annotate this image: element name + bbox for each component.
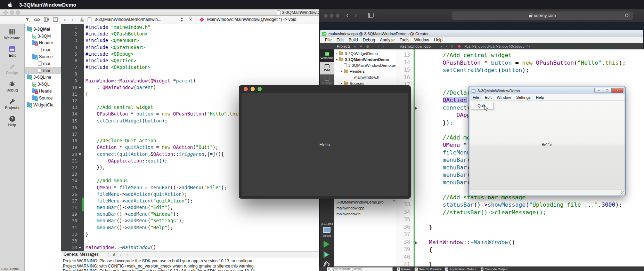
maximize-button[interactable]: □ <box>603 88 612 93</box>
menu-window[interactable]: Window <box>494 95 513 100</box>
central-button[interactable]: Hello <box>470 101 625 189</box>
forward-icon[interactable]: › <box>383 45 384 48</box>
apple-menu-icon[interactable] <box>8 2 13 7</box>
resize-grip[interactable] <box>621 191 624 194</box>
tree-item[interactable]: ▾3-3QMainWindowDemo <box>334 56 396 62</box>
zoom-traffic-light[interactable] <box>258 87 262 91</box>
video-mode-edit[interactable]: Edit <box>320 62 334 74</box>
open-document-item[interactable]: mainwindow.cpp <box>334 205 396 211</box>
close-traffic-light[interactable] <box>3 10 8 15</box>
tree-item[interactable]: QtWidgetCla <box>25 102 61 109</box>
central-button[interactable]: Hello <box>241 93 408 196</box>
tree-item[interactable]: Qt3-3QMai <box>25 26 61 33</box>
minimize-traffic-light[interactable] <box>10 10 14 15</box>
menu-window[interactable]: Window <box>414 38 429 42</box>
expander-icon[interactable]: ▾ <box>340 70 343 73</box>
open-document-item[interactable]: mainwindow.h <box>334 211 396 217</box>
video-editor-tab[interactable]: mainwindow.cpp <box>400 44 431 48</box>
sidebar-right-icon[interactable] <box>53 17 58 22</box>
menu-build[interactable]: Build <box>349 38 358 42</box>
back-icon[interactable]: ‹ <box>378 45 379 48</box>
kit-monitor-icon[interactable] <box>323 227 331 233</box>
tree-item[interactable]: ▸3-2QtWidgetDemo <box>334 50 396 56</box>
menu-help[interactable]: Help <box>533 95 547 100</box>
close-tab-icon[interactable]: × <box>446 45 448 48</box>
tree-item[interactable]: mai <box>25 46 61 53</box>
menu-edit[interactable]: Edit <box>336 38 344 42</box>
open-document-item[interactable]: 3-3QMainWindowDemo.pro <box>334 199 396 205</box>
prev-output-icon[interactable]: ‹ <box>120 252 121 257</box>
hash-icon[interactable]: # <box>451 45 453 48</box>
filter-icon[interactable] <box>25 17 30 22</box>
tree-item[interactable]: 3-3QMainWindowDemo.pro <box>334 62 396 68</box>
tree-item[interactable]: Qt3-6QL <box>25 81 61 88</box>
tree-item[interactable]: hHeader <box>25 40 61 47</box>
menu-tools[interactable]: Tools <box>400 38 409 42</box>
tree-item[interactable]: Qt3-6QLine <box>25 74 61 81</box>
video-symbol-selector[interactable]: MainWindow::MainWindow(QWidget *) <box>465 45 530 48</box>
close-traffic-light[interactable] <box>324 14 328 18</box>
next-output-icon[interactable]: › <box>127 252 128 257</box>
fold-marker-icon[interactable] <box>415 241 417 244</box>
close-tab-icon[interactable]: × <box>189 16 192 22</box>
file-menu-popup[interactable]: Quit <box>471 102 493 109</box>
tab-dropdown-icon[interactable]: ▾ <box>440 45 442 48</box>
close-traffic-light[interactable] <box>244 87 248 91</box>
scroll-up-icon[interactable] <box>393 199 396 201</box>
menu-file[interactable]: File <box>470 95 482 100</box>
video-mode-welcome[interactable]: Welcome <box>320 49 334 62</box>
tab-selector-icon[interactable] <box>180 17 184 22</box>
hello-win-titlebar[interactable]: 3-3QMainWindowDemo – □ × <box>470 87 625 94</box>
tree-item[interactable]: Qt3-3QM <box>25 33 61 40</box>
active-app-title[interactable]: 3-3QMainWindowDemo <box>19 2 76 8</box>
editor-tab-title[interactable]: 3-3QMainWindowDemo/mainwin... <box>95 17 161 22</box>
symbol-selector[interactable]: MainWindow::MainWindow(QWidget *) -> voi… <box>207 17 296 22</box>
address-bar[interactable]: udemy.com <box>452 11 633 20</box>
sidebar-mode-edit[interactable]: Edit <box>0 46 24 63</box>
fold-marker-icon[interactable] <box>415 107 417 110</box>
sidebar-mode-help[interactable]: Help <box>0 115 24 133</box>
back-icon[interactable]: ‹ <box>346 11 348 19</box>
zoom-traffic-light[interactable] <box>336 14 340 18</box>
minimize-traffic-light[interactable] <box>251 87 255 91</box>
kit-selector[interactable]: 3-3Q...Demo <box>1 267 19 271</box>
zoom-traffic-light[interactable] <box>16 10 20 15</box>
output-tab-issues[interactable]: 1Issues <box>397 267 410 271</box>
expander-icon[interactable]: ▾ <box>340 82 343 85</box>
tree-item[interactable]: mainwindow.h <box>334 74 396 80</box>
fold-marker-icon[interactable] <box>79 87 81 89</box>
forward-icon[interactable]: › <box>355 11 357 19</box>
sidebar-mode-design[interactable]: Design <box>0 63 24 81</box>
tree-item[interactable]: mai <box>25 67 61 74</box>
pane-dropdown-icon[interactable]: ▾ <box>354 45 356 48</box>
quit-menu-item[interactable]: Quit <box>478 104 485 108</box>
tree-item[interactable]: CSource <box>25 53 61 60</box>
sidebar-mode-debug[interactable]: Debug <box>0 81 24 98</box>
clear-output-icon[interactable] <box>112 252 117 257</box>
back-icon[interactable]: ‹ <box>64 17 66 23</box>
minimize-traffic-light[interactable] <box>330 14 334 18</box>
sidebar-mode-welcome[interactable]: Welcome <box>0 29 24 46</box>
tree-item[interactable]: hHeade <box>25 88 61 95</box>
minimize-button[interactable]: – <box>594 88 603 93</box>
menu-edit[interactable]: Edit <box>482 95 494 100</box>
menu-analyze[interactable]: Analyze <box>380 38 395 42</box>
locator-input[interactable]: Type to locate (Ctrl+K) <box>327 267 393 271</box>
creator-titlebar[interactable]: 3-3QMainWindowDemo/mainwindow. <box>0 9 319 16</box>
sidebar-mode-projects[interactable]: Projects <box>0 98 24 115</box>
tree-item[interactable]: ▾Headers <box>334 69 396 74</box>
output-tab-application-output[interactable]: 3Application Output <box>445 267 476 271</box>
split-add-icon[interactable] <box>44 17 49 22</box>
menu-settings[interactable]: Settings <box>514 95 533 100</box>
fold-marker-icon[interactable] <box>79 153 81 156</box>
menu-help[interactable]: Help <box>434 38 443 42</box>
filter-icon[interactable]: ▼ <box>359 45 363 48</box>
link-icon[interactable] <box>34 17 40 22</box>
reload-icon[interactable] <box>625 13 629 18</box>
expander-icon[interactable]: ▾ <box>335 58 339 61</box>
sidebar-toggle-icon[interactable] <box>368 13 374 18</box>
tree-item[interactable]: mai <box>25 60 61 67</box>
expander-icon[interactable]: ▸ <box>335 52 339 55</box>
menu-file[interactable]: File <box>325 38 332 42</box>
link-icon[interactable]: ⊖ <box>366 45 369 48</box>
